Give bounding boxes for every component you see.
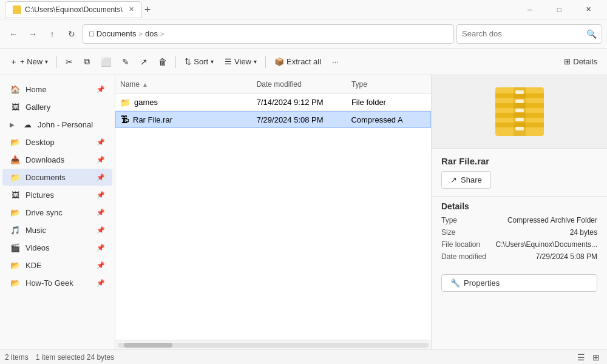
new-tab-button[interactable]: +	[144, 4, 151, 15]
details-share-section: ↗ Share	[432, 169, 607, 196]
sidebar-item-pictures[interactable]: 🖼 Pictures 📌	[2, 186, 112, 203]
table-row[interactable]: 📁 games 7/14/2024 9:12 PM File folder	[115, 94, 431, 111]
delete-button[interactable]: 🗑	[154, 52, 172, 72]
details-file-name: Rar File.rar	[432, 149, 607, 169]
sidebar-item-how-to-geek[interactable]: 📂 How-To Geek 📌	[2, 274, 112, 291]
copy-button[interactable]: ⧉	[79, 52, 95, 72]
tab-close-button[interactable]: ✕	[129, 5, 134, 13]
file-date: 7/29/2024 5:08 PM	[252, 114, 347, 126]
pin-icon-how-to-geek: 📌	[97, 279, 105, 287]
breadcrumb[interactable]: □ Documents > dos >	[83, 24, 454, 44]
maximize-button[interactable]: □	[545, 1, 573, 18]
column-header-type[interactable]: Type	[347, 78, 431, 91]
pin-icon-kde: 📌	[97, 261, 105, 269]
sidebar-item-kde[interactable]: 📂 KDE 📌	[2, 257, 112, 274]
toolbar-right: ⊞ Details	[559, 52, 602, 72]
breadcrumb-sep-2: >	[160, 30, 164, 38]
detail-value-type: Compressed Archive Folder	[507, 216, 597, 224]
pin-icon-drive-sync: 📌	[97, 209, 105, 217]
view-icon: ☰	[225, 57, 232, 66]
grid-view-button[interactable]: ⊞	[590, 351, 602, 363]
sidebar-item-home[interactable]: 🏠 Home 📌	[2, 81, 112, 98]
sidebar-item-videos-label: Videos	[25, 243, 50, 252]
file-list: Name ▲ Date modified Type 📁 games 7/14/2…	[115, 75, 431, 340]
breadcrumb-part-documents[interactable]: Documents	[97, 29, 137, 38]
home-icon: 🏠	[10, 84, 21, 95]
sort-indicator: ▲	[142, 81, 148, 88]
sort-label: Sort	[194, 57, 208, 66]
more-button[interactable]: ···	[327, 52, 344, 72]
share-icon: ↗	[140, 57, 148, 67]
zip-icon-preview	[495, 87, 544, 136]
back-button[interactable]: ←	[5, 25, 22, 42]
svg-rect-6	[515, 90, 524, 94]
main-area: 🏠 Home 📌 🖼 Gallery ▶ ☁ John - Personal 📂…	[0, 75, 607, 349]
sidebar-item-drive-sync[interactable]: 📂 Drive sync 📌	[2, 204, 112, 221]
file-list-header: Name ▲ Date modified Type	[115, 75, 431, 94]
paste-button[interactable]: ⬜	[96, 52, 116, 72]
cut-button[interactable]: ✂	[61, 52, 78, 72]
rename-button[interactable]: ✎	[117, 52, 134, 72]
svg-rect-7	[515, 99, 524, 103]
up-button[interactable]: ↑	[44, 25, 61, 42]
sidebar-item-gallery[interactable]: 🖼 Gallery	[2, 98, 112, 115]
breadcrumb-part-dos[interactable]: dos	[145, 29, 158, 38]
sidebar-item-drive-sync-label: Drive sync	[25, 208, 63, 217]
properties-button[interactable]: 🔧 Properties	[441, 274, 597, 292]
detail-label-date: Date modified	[441, 252, 486, 261]
extract-all-button[interactable]: 📦 Extract all	[270, 52, 326, 72]
sidebar-item-john-personal[interactable]: ▶ ☁ John - Personal	[2, 116, 112, 133]
new-button[interactable]: ＋ + New ▾	[5, 52, 53, 72]
downloads-icon: 📥	[10, 154, 21, 165]
minimize-button[interactable]: ─	[516, 1, 544, 18]
detail-row-type: Type Compressed Archive Folder	[441, 216, 597, 224]
forward-button[interactable]: →	[24, 25, 41, 42]
desktop-icon: 📂	[10, 136, 21, 147]
horizontal-scrollbar[interactable]	[115, 340, 431, 349]
copy-icon: ⧉	[84, 56, 90, 67]
list-view-button[interactable]: ☰	[575, 351, 588, 363]
table-row[interactable]: 🗜 Rar File.rar 7/29/2024 5:08 PM Compres…	[115, 111, 431, 128]
close-button[interactable]: ✕	[574, 1, 602, 18]
share-button[interactable]: ↗ Share	[441, 171, 491, 189]
detail-label-location: File location	[441, 240, 480, 249]
sidebar-item-how-to-geek-label: How-To Geek	[25, 278, 73, 288]
pin-icon-home: 📌	[97, 86, 105, 93]
hscroll-thumb[interactable]	[124, 343, 172, 348]
pictures-icon: 🖼	[10, 189, 21, 200]
pin-icon-pictures: 📌	[97, 191, 105, 199]
delete-icon: 🗑	[158, 57, 167, 67]
browser-tab[interactable]: C:\Users\Equinox\Documents\ ✕	[5, 1, 142, 18]
sort-button[interactable]: ⇅ Sort ▾	[180, 52, 219, 72]
how-to-geek-icon: 📂	[10, 277, 21, 288]
toolbar-sep-1	[56, 56, 57, 68]
sidebar: 🏠 Home 📌 🖼 Gallery ▶ ☁ John - Personal 📂…	[0, 75, 115, 349]
folder-icon: 📁	[120, 98, 131, 107]
sidebar-item-music[interactable]: 🎵 Music 📌	[2, 221, 112, 238]
file-name: games	[134, 98, 158, 107]
details-toggle-button[interactable]: ⊞ Details	[559, 52, 602, 72]
sidebar-item-videos[interactable]: 🎬 Videos 📌	[2, 239, 112, 256]
svg-rect-9	[515, 118, 524, 121]
share-btn-label: Share	[461, 175, 482, 184]
detail-label-type: Type	[441, 216, 457, 224]
share-btn-icon: ↗	[450, 175, 457, 184]
file-name: Rar File.rar	[133, 115, 172, 124]
sidebar-item-documents[interactable]: 📁 Documents 📌	[2, 169, 112, 186]
sidebar-item-documents-label: Documents	[25, 173, 66, 182]
share-tool-button[interactable]: ↗	[135, 52, 152, 72]
refresh-button[interactable]: ↻	[63, 25, 80, 42]
view-button[interactable]: ☰ View ▾	[220, 52, 262, 72]
pin-icon-desktop: 📌	[97, 138, 105, 146]
detail-row-date: Date modified 7/29/2024 5:08 PM	[441, 252, 597, 261]
column-header-name[interactable]: Name ▲	[115, 78, 252, 91]
new-icon: ＋	[10, 56, 18, 67]
column-header-date[interactable]: Date modified	[252, 78, 347, 91]
search-input[interactable]	[462, 29, 583, 38]
new-dropdown-icon: ▾	[45, 58, 48, 65]
search-button[interactable]: 🔍	[586, 29, 597, 39]
sidebar-item-downloads[interactable]: 📥 Downloads 📌	[2, 151, 112, 168]
file-date: 7/14/2024 9:12 PM	[252, 96, 347, 108]
kde-icon: 📂	[10, 260, 21, 271]
sidebar-item-desktop[interactable]: 📂 Desktop 📌	[2, 133, 112, 150]
